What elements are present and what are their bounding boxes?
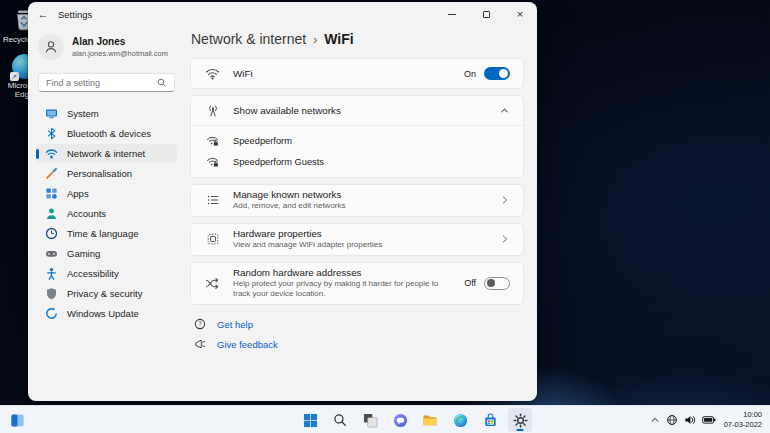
desktop: Recycle Bin ↗ Microsoft Edge ← Settings … xyxy=(0,0,770,433)
sidebar-item-personalisation[interactable]: Personalisation xyxy=(36,164,177,183)
profile-name: Alan Jones xyxy=(72,36,168,47)
get-help-icon: ? xyxy=(194,318,206,330)
sidebar-item-windows-update[interactable]: Windows Update xyxy=(36,304,177,323)
windows-start-icon xyxy=(303,413,318,428)
chip-icon xyxy=(204,232,221,246)
settings-button[interactable] xyxy=(508,408,532,432)
accounts-icon xyxy=(45,207,58,220)
sidebar-item-system[interactable]: System xyxy=(36,104,177,123)
wifi-lock-icon xyxy=(204,134,221,147)
avatar xyxy=(38,34,64,60)
wifi-row: WiFi On xyxy=(191,59,523,88)
accessibility-icon xyxy=(45,267,58,280)
wifi-toggle[interactable] xyxy=(484,67,510,80)
minimize-icon xyxy=(448,14,456,15)
get-help-link[interactable]: Get help xyxy=(217,319,253,330)
manage-known-networks-title: Manage known networks xyxy=(233,189,346,200)
apps-icon xyxy=(45,187,58,200)
paintbrush-icon xyxy=(45,167,58,180)
clock-date: 07-03-2022 xyxy=(724,420,762,429)
sidebar-item-label: Accessibility xyxy=(67,268,119,279)
widgets-button[interactable] xyxy=(8,411,26,429)
sidebar-item-label: Privacy & security xyxy=(67,288,143,299)
close-button[interactable]: × xyxy=(503,2,537,26)
system-icon xyxy=(45,107,58,120)
clock-time: 10:00 xyxy=(743,410,762,419)
help-links: ? Get help Give feedback xyxy=(190,318,524,350)
give-feedback-link[interactable]: Give feedback xyxy=(217,339,278,350)
sidebar-nav: System Bluetooth & devices Network & int… xyxy=(36,104,177,323)
wifi-card: WiFi On xyxy=(190,58,524,89)
window-title: Settings xyxy=(58,9,92,20)
task-view-button[interactable] xyxy=(358,408,382,432)
chevron-right-icon xyxy=(500,195,510,205)
taskbar: 10:00 07-03-2022 xyxy=(0,405,770,433)
taskbar-search-button[interactable] xyxy=(328,408,352,432)
sidebar-item-label: System xyxy=(67,108,99,119)
random-hardware-state-label: Off xyxy=(464,278,476,288)
gamepad-icon xyxy=(45,247,58,260)
main-content: Network & internet › WiFi WiFi xyxy=(183,26,537,401)
update-icon xyxy=(45,307,58,320)
person-icon xyxy=(43,39,59,55)
sidebar-item-label: Windows Update xyxy=(67,308,139,319)
search-icon xyxy=(333,413,347,427)
back-button[interactable]: ← xyxy=(28,8,58,20)
sidebar-item-accessibility[interactable]: Accessibility xyxy=(36,264,177,283)
clock-icon xyxy=(45,227,58,240)
settings-gear-icon xyxy=(513,413,528,428)
titlebar: ← Settings × xyxy=(28,2,537,26)
network-row[interactable]: Speedperform Guests xyxy=(191,151,523,172)
battery-icon[interactable] xyxy=(702,414,716,426)
sidebar-item-time-language[interactable]: Time & language xyxy=(36,224,177,243)
breadcrumb-separator-icon: › xyxy=(313,32,317,47)
bluetooth-icon xyxy=(45,127,58,140)
tray-chevron-up-icon[interactable] xyxy=(650,415,660,425)
network-name: Speedperform Guests xyxy=(233,157,324,167)
profile[interactable]: Alan Jones alan.jones.wm@hotmail.com xyxy=(36,30,177,64)
sidebar-item-network-internet[interactable]: Network & internet xyxy=(36,144,177,163)
sidebar-item-gaming[interactable]: Gaming xyxy=(36,244,177,263)
breadcrumb-parent[interactable]: Network & internet xyxy=(191,31,306,47)
minimize-button[interactable] xyxy=(435,2,469,26)
chat-button[interactable] xyxy=(388,408,412,432)
hardware-properties-card[interactable]: Hardware properties View and manage WiFi… xyxy=(190,223,524,256)
random-hardware-title: Random hardware addresses xyxy=(233,267,452,278)
sidebar-item-accounts[interactable]: Accounts xyxy=(36,204,177,223)
random-hardware-toggle[interactable] xyxy=(484,277,510,290)
task-view-icon xyxy=(363,413,378,428)
sidebar-item-label: Network & internet xyxy=(67,148,145,159)
manage-known-networks-card[interactable]: Manage known networks Add, remove, and e… xyxy=(190,184,524,217)
search-box[interactable] xyxy=(38,73,175,92)
random-hardware-addresses-card: Random hardware addresses Help protect y… xyxy=(190,262,524,306)
maximize-button[interactable] xyxy=(469,2,503,26)
sidebar-item-privacy-security[interactable]: Privacy & security xyxy=(36,284,177,303)
sidebar-item-bluetooth-devices[interactable]: Bluetooth & devices xyxy=(36,124,177,143)
random-hardware-subtitle: Help protect your privacy by making it h… xyxy=(233,279,452,301)
search-input[interactable] xyxy=(46,78,157,88)
sidebar-item-label: Accounts xyxy=(67,208,106,219)
sidebar-item-label: Bluetooth & devices xyxy=(67,128,151,139)
network-globe-icon[interactable] xyxy=(666,414,678,426)
sidebar-item-apps[interactable]: Apps xyxy=(36,184,177,203)
system-tray: 10:00 07-03-2022 xyxy=(650,406,766,433)
broadcast-tower-icon xyxy=(204,104,221,118)
file-explorer-button[interactable] xyxy=(418,408,442,432)
available-networks-card: Show available networks xyxy=(190,95,524,178)
taskbar-clock[interactable]: 10:00 07-03-2022 xyxy=(724,410,766,430)
speaker-icon[interactable] xyxy=(684,414,696,426)
show-available-networks-row[interactable]: Show available networks xyxy=(191,96,523,125)
microsoft-store-button[interactable] xyxy=(478,408,502,432)
microsoft-store-icon xyxy=(483,413,498,428)
hardware-properties-title: Hardware properties xyxy=(233,228,382,239)
network-name: Speedperform xyxy=(233,136,292,146)
maximize-icon xyxy=(483,11,490,18)
edge-button[interactable] xyxy=(448,408,472,432)
sidebar: Alan Jones alan.jones.wm@hotmail.com xyxy=(28,26,183,401)
start-button[interactable] xyxy=(298,408,322,432)
sidebar-item-label: Apps xyxy=(67,188,89,199)
network-row[interactable]: Speedperform xyxy=(191,130,523,151)
shield-icon xyxy=(45,287,58,300)
profile-email: alan.jones.wm@hotmail.com xyxy=(72,49,168,58)
svg-text:?: ? xyxy=(198,320,202,327)
